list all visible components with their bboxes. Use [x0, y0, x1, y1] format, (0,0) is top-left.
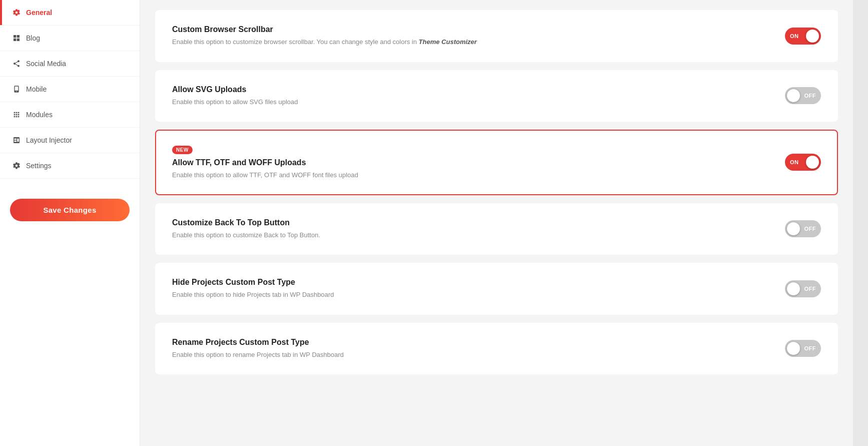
toggle-label-on: ON — [790, 33, 799, 39]
mobile-icon — [12, 85, 21, 94]
sidebar-item-label-mobile: Mobile — [26, 85, 47, 93]
toggle-custom-browser-scrollbar[interactable]: ON — [785, 28, 821, 45]
setting-title-allow-ttf-otf-woff: Allow TTF, OTF and WOFF Uploads — [172, 158, 765, 167]
sidebar-item-label-social-media: Social Media — [26, 60, 66, 68]
toggle-customize-back-to-top[interactable]: OFF — [785, 220, 821, 237]
sidebar-item-label-settings: Settings — [26, 162, 52, 170]
save-changes-button[interactable]: Save Changes — [10, 199, 130, 221]
toggle-knob — [787, 282, 800, 295]
setting-card-rename-projects: Rename Projects Custom Post Type Enable … — [155, 323, 838, 375]
active-indicator — [0, 0, 2, 25]
setting-info-customize-back-to-top: Customize Back To Top Button Enable this… — [172, 218, 785, 240]
setting-title-customize-back-to-top: Customize Back To Top Button — [172, 218, 765, 227]
setting-title-allow-svg-uploads: Allow SVG Uploads — [172, 85, 765, 94]
toggle-label-off: OFF — [804, 93, 816, 99]
toggle-container-rename-projects: OFF — [785, 340, 821, 357]
setting-info-rename-projects: Rename Projects Custom Post Type Enable … — [172, 338, 785, 360]
toggle-knob — [806, 30, 819, 43]
sidebar-item-label-modules: Modules — [26, 111, 53, 119]
toggle-knob — [787, 342, 800, 355]
toggle-container-customize-back-to-top: OFF — [785, 220, 821, 237]
toggle-knob — [787, 89, 800, 102]
toggle-allow-svg-uploads[interactable]: OFF — [785, 87, 821, 104]
setting-card-allow-svg-uploads: Allow SVG Uploads Enable this option to … — [155, 70, 838, 122]
layout-icon — [12, 136, 21, 145]
sidebar-item-layout-injector[interactable]: Layout Injector — [0, 128, 140, 153]
setting-desc-customize-back-to-top: Enable this option to customize Back to … — [172, 230, 765, 240]
toggle-label-off: OFF — [804, 226, 816, 232]
right-scrollbar-panel — [853, 0, 868, 446]
modules-icon — [12, 110, 21, 119]
settings-icon — [12, 161, 21, 170]
new-badge: NEW — [172, 146, 193, 154]
setting-info-allow-svg-uploads: Allow SVG Uploads Enable this option to … — [172, 85, 785, 107]
toggle-rename-projects[interactable]: OFF — [785, 340, 821, 357]
grid-icon — [12, 34, 21, 43]
sidebar-item-modules[interactable]: Modules — [0, 102, 140, 128]
sidebar-item-label-general: General — [26, 9, 52, 17]
toggle-knob — [787, 222, 800, 235]
sidebar-item-blog[interactable]: Blog — [0, 26, 140, 51]
sidebar-item-label-blog: Blog — [26, 34, 40, 42]
toggle-label-on: ON — [790, 159, 799, 165]
setting-title-rename-projects: Rename Projects Custom Post Type — [172, 338, 765, 347]
sidebar-item-label-layout-injector: Layout Injector — [26, 136, 72, 144]
setting-title-custom-browser-scrollbar: Custom Browser Scrollbar — [172, 25, 765, 34]
share-icon — [12, 59, 21, 68]
setting-title-hide-projects: Hide Projects Custom Post Type — [172, 278, 765, 287]
setting-desc-allow-ttf-otf-woff: Enable this option to allow TTF, OTF and… — [172, 170, 765, 180]
sidebar-item-settings[interactable]: Settings — [0, 153, 140, 179]
sidebar-item-mobile[interactable]: Mobile — [0, 77, 140, 102]
setting-desc-allow-svg-uploads: Enable this option to allow SVG files up… — [172, 97, 765, 107]
main-content: Custom Browser Scrollbar Enable this opt… — [140, 0, 853, 446]
toggle-label-off: OFF — [804, 345, 816, 351]
toggle-label-off: OFF — [804, 286, 816, 292]
toggle-allow-ttf-otf-woff[interactable]: ON — [785, 154, 821, 171]
toggle-container-custom-browser-scrollbar: ON — [785, 28, 821, 45]
setting-card-custom-browser-scrollbar: Custom Browser Scrollbar Enable this opt… — [155, 10, 838, 62]
toggle-hide-projects[interactable]: OFF — [785, 280, 821, 297]
setting-card-customize-back-to-top: Customize Back To Top Button Enable this… — [155, 203, 838, 255]
sidebar: General Blog Social Media Mobile — [0, 0, 140, 446]
setting-desc-hide-projects: Enable this option to hide Projects tab … — [172, 290, 765, 300]
theme-customizer-link: Theme Customizer — [419, 38, 477, 46]
toggle-container-hide-projects: OFF — [785, 280, 821, 297]
toggle-container-allow-svg-uploads: OFF — [785, 87, 821, 104]
setting-card-allow-ttf-otf-woff: NEW Allow TTF, OTF and WOFF Uploads Enab… — [155, 130, 838, 195]
gear-icon — [12, 8, 21, 17]
setting-desc-rename-projects: Enable this option to rename Projects ta… — [172, 350, 765, 360]
toggle-container-allow-ttf-otf-woff: ON — [785, 154, 821, 171]
sidebar-item-social-media[interactable]: Social Media — [0, 51, 140, 77]
save-button-container: Save Changes — [0, 187, 140, 233]
toggle-knob — [806, 156, 819, 169]
setting-info-custom-browser-scrollbar: Custom Browser Scrollbar Enable this opt… — [172, 25, 785, 47]
setting-card-hide-projects: Hide Projects Custom Post Type Enable th… — [155, 263, 838, 315]
setting-info-allow-ttf-otf-woff: NEW Allow TTF, OTF and WOFF Uploads Enab… — [172, 145, 785, 180]
setting-info-hide-projects: Hide Projects Custom Post Type Enable th… — [172, 278, 785, 300]
sidebar-item-general[interactable]: General — [0, 0, 140, 26]
setting-desc-custom-browser-scrollbar: Enable this option to customize browser … — [172, 37, 765, 47]
